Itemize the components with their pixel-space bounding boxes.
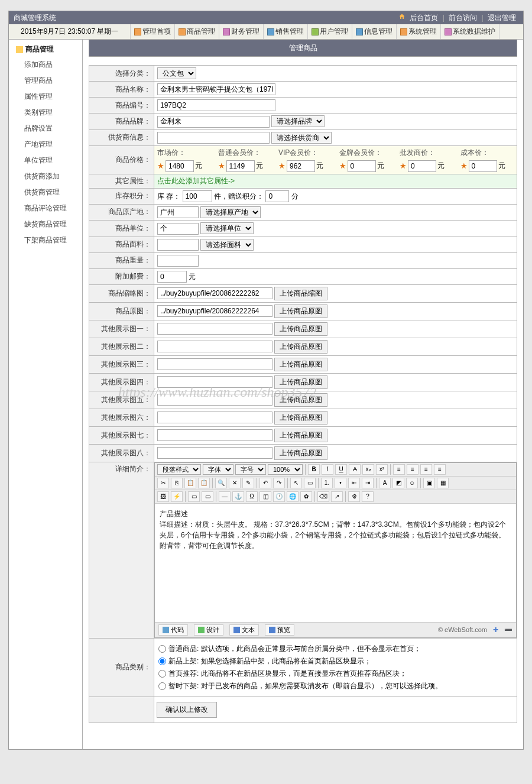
find-icon[interactable]: 🔍	[215, 478, 227, 488]
lang-icon[interactable]: 🌐	[287, 491, 299, 502]
ex1-input[interactable]	[157, 323, 273, 335]
code-input[interactable]	[157, 99, 275, 111]
submit-button[interactable]: 确认以上修改	[157, 702, 217, 718]
art-icon[interactable]: ✿	[300, 491, 312, 502]
nav-item[interactable]: 管理首项	[131, 24, 175, 39]
sidebar-item[interactable]: 管理商品	[9, 73, 82, 89]
strike-icon[interactable]: A̶	[349, 464, 361, 475]
upload-ex4-button[interactable]: 上传商品原图	[274, 375, 327, 389]
market-price-input[interactable]	[166, 160, 194, 172]
special-icon[interactable]: Ω	[246, 491, 258, 502]
align-center-icon[interactable]: ≡	[407, 464, 419, 475]
ptype-option3[interactable]: 首页推荐: 此商品将不在新品区块显示，而是直接显示在首页推荐商品区块；	[158, 669, 512, 679]
bg-color-icon[interactable]: ◩	[392, 478, 404, 488]
stock-input[interactable]	[183, 190, 212, 202]
help-icon[interactable]: ?	[362, 491, 374, 502]
sup-icon[interactable]: x²	[376, 464, 388, 475]
cost-price-input[interactable]	[469, 160, 497, 172]
delete-icon[interactable]: ✕	[229, 478, 241, 488]
sidebar-item[interactable]: 品牌设置	[9, 121, 82, 137]
sidebar-item[interactable]: 产地管理	[9, 137, 82, 153]
origin-input[interactable]	[157, 206, 199, 218]
outdent-icon[interactable]: ⇤	[348, 478, 360, 488]
gift-points-input[interactable]	[265, 190, 289, 202]
redo-icon[interactable]: ↷	[273, 478, 285, 488]
orig-input[interactable]	[157, 305, 273, 317]
name-input[interactable]	[157, 83, 275, 95]
wholesale-price-input[interactable]	[408, 160, 436, 172]
nav-item[interactable]: 系统数据维护	[441, 24, 499, 39]
nav-item[interactable]: 用户管理	[308, 24, 352, 39]
align-right-icon[interactable]: ≡	[420, 464, 432, 475]
ptype-option2[interactable]: 新品上架: 如果您选择新品中架，此商品将在首页新品区块显示；	[158, 656, 512, 666]
unit-input[interactable]	[157, 223, 199, 235]
hr-icon[interactable]: —	[219, 491, 231, 502]
paste-icon[interactable]: 📋	[184, 478, 196, 488]
preview-tab[interactable]: 预览	[265, 624, 294, 636]
flash-icon[interactable]: ⚡	[171, 491, 183, 502]
sidebar-item[interactable]: 单位管理	[9, 153, 82, 169]
time-icon[interactable]: 🕐	[273, 491, 285, 502]
add-other-attr[interactable]: 点击此处添加其它属性->	[157, 177, 235, 185]
align-justify-icon[interactable]: ≡	[434, 464, 446, 475]
supplier-select[interactable]: 请选择供货商	[271, 132, 332, 144]
page-icon[interactable]: ◫	[259, 491, 271, 502]
underline-icon[interactable]: U	[335, 464, 347, 475]
nav-item[interactable]: 信息管理	[352, 24, 397, 39]
ol-icon[interactable]: 1.	[321, 478, 333, 488]
upload-ex8-button[interactable]: 上传商品原图	[274, 446, 327, 460]
sidebar-item[interactable]: 供货商管理	[9, 184, 82, 200]
editor-content[interactable]: 产品描述 详细描述：材质：头层牛皮。 规格：37.3*26.3*7.5CM；背带…	[155, 504, 516, 622]
vip-price-input[interactable]	[287, 160, 315, 172]
settings-icon[interactable]: ⚙	[348, 491, 360, 502]
ex8-input[interactable]	[157, 447, 273, 459]
ex7-input[interactable]	[157, 429, 273, 441]
ex5-input[interactable]	[157, 394, 273, 406]
supplier-input[interactable]	[157, 132, 270, 144]
category-select[interactable]: 公文包	[157, 67, 196, 79]
ex2-input[interactable]	[157, 341, 273, 352]
ex3-input[interactable]	[157, 358, 273, 370]
ex6-input[interactable]	[157, 412, 273, 423]
gold-price-input[interactable]	[348, 160, 376, 172]
nav-item[interactable]: 系统管理	[397, 24, 441, 39]
align-left-icon[interactable]: ≡	[393, 464, 405, 475]
sidebar-item[interactable]: 缺货商品管理	[9, 216, 82, 232]
anchor-icon[interactable]: ⚓	[232, 491, 244, 502]
bold-icon[interactable]: B	[308, 464, 320, 475]
upload-ex2-button[interactable]: 上传商品原图	[274, 340, 327, 354]
nav-item[interactable]: 商品管理	[175, 24, 219, 39]
origin-select[interactable]: 请选择原产地	[200, 206, 261, 218]
member-price-input[interactable]	[226, 160, 255, 172]
sidebar-item[interactable]: 添加商品	[9, 57, 82, 73]
design-tab[interactable]: 设计	[194, 624, 223, 636]
link-backend-home[interactable]: 后台首页	[407, 14, 440, 22]
pointer-icon[interactable]: ↖	[290, 478, 302, 488]
sidebar-item[interactable]: 下架商品管理	[9, 232, 82, 248]
upload-ex5-button[interactable]: 上传商品原图	[274, 393, 327, 407]
image-icon[interactable]: 🖼	[157, 491, 169, 502]
sub-icon[interactable]: x₂	[362, 464, 374, 475]
upload-ex3-button[interactable]: 上传商品原图	[274, 358, 327, 371]
paste-text-icon[interactable]: 📋	[198, 478, 210, 488]
sidebar-item[interactable]: 类别管理	[9, 105, 82, 121]
select-icon[interactable]: ▭	[304, 478, 316, 488]
expand-icon[interactable]: ✚	[493, 626, 498, 634]
video-icon[interactable]: ▭	[188, 491, 200, 502]
media-icon[interactable]: ▭	[202, 491, 213, 502]
weight-input[interactable]	[157, 255, 199, 267]
brand-input[interactable]	[157, 116, 270, 128]
brand-select[interactable]: 请选择品牌	[271, 115, 325, 127]
ul-icon[interactable]: •	[335, 478, 346, 488]
cut-icon[interactable]: ✂	[157, 478, 169, 488]
emoji-icon[interactable]: ☺	[406, 478, 418, 488]
nav-item[interactable]: 财务管理	[219, 24, 264, 39]
upload-ex1-button[interactable]: 上传商品原图	[274, 322, 327, 336]
table-icon[interactable]: ▦	[437, 478, 449, 488]
text-tab[interactable]: 文本	[229, 624, 259, 636]
zoom-select[interactable]: 100%	[268, 464, 303, 475]
nav-item[interactable]: 销售管理	[264, 24, 308, 39]
font-select[interactable]: 字体	[203, 464, 233, 475]
sidebar-item[interactable]: 供货商添加	[9, 169, 82, 184]
size-select[interactable]: 字号	[235, 464, 266, 475]
